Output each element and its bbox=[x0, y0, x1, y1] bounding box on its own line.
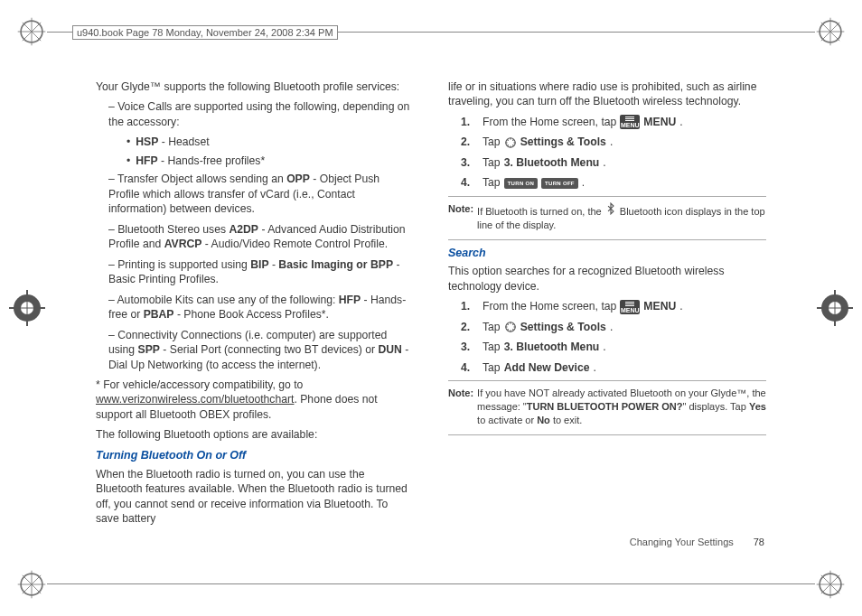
crop-mark-tr bbox=[815, 16, 846, 47]
heading-search: Search bbox=[448, 246, 766, 261]
settings-icon bbox=[504, 136, 517, 149]
registration-mark-right bbox=[817, 290, 853, 326]
footer-page-number: 78 bbox=[754, 537, 764, 547]
search-step-1: 1. From the Home screen, tap MENU MENU. bbox=[461, 299, 766, 313]
divider bbox=[448, 239, 766, 240]
turn-on-icon: TURN ON bbox=[504, 178, 538, 189]
search-para: This option searches for a recognized Bl… bbox=[448, 264, 766, 294]
turn-off-icon: TURN OFF bbox=[541, 178, 578, 189]
crop-rule-bottom bbox=[47, 583, 815, 584]
heading-turning-bt: Turning Bluetooth On or Off bbox=[96, 448, 414, 463]
step-3: 3. Tap 3. Bluetooth Menu. bbox=[461, 155, 766, 170]
settings-icon bbox=[504, 321, 517, 333]
right-column: life or in situations where radio use is… bbox=[448, 79, 766, 553]
options-line: The following Bluetooth options are avai… bbox=[96, 427, 414, 442]
page-footer: Changing Your Settings 78 bbox=[630, 537, 764, 547]
search-step-4: 4. Tap Add New Device. bbox=[461, 360, 766, 375]
sub-bullet-hfp: •HFP - Hands-free profiles* bbox=[126, 154, 414, 168]
intro-text: Your Glyde™ supports the following Bluet… bbox=[96, 79, 414, 94]
search-step-3: 3. Tap 3. Bluetooth Menu. bbox=[461, 340, 766, 354]
left-column: Your Glyde™ supports the following Bluet… bbox=[96, 79, 414, 553]
note-2: Note: If you have NOT already activated … bbox=[448, 387, 766, 427]
footnote-star: * For vehicle/accessory compatibility, g… bbox=[96, 378, 414, 422]
footer-section: Changing Your Settings bbox=[630, 537, 734, 547]
divider bbox=[448, 196, 766, 197]
bullet-a2dp: – Bluetooth Stereo uses A2DP - Advanced … bbox=[108, 222, 414, 252]
divider bbox=[448, 434, 766, 435]
turning-bt-para: When the Bluetooth radio is turned on, y… bbox=[96, 467, 414, 527]
bullet-conn: – Connectivity Connections (i.e. compute… bbox=[108, 328, 414, 372]
menu-icon: MENU bbox=[620, 300, 640, 314]
content-area: Your Glyde™ supports the following Bluet… bbox=[96, 79, 766, 553]
cont-para: life or in situations where radio use is… bbox=[448, 79, 766, 109]
hsp-label: HSP bbox=[136, 135, 158, 148]
registration-mark-left bbox=[9, 290, 45, 326]
bullet-bip: – Printing is supported using BIP - Basi… bbox=[108, 257, 414, 287]
sub-bullet-hsp: •HSP - Headset bbox=[126, 135, 414, 149]
bullet-opp: – Transfer Object allows sending an OPP … bbox=[108, 172, 414, 216]
page-header: u940.book Page 78 Monday, November 24, 2… bbox=[72, 25, 338, 40]
step-4: 4. Tap TURN ON TURN OFF . bbox=[461, 175, 766, 190]
divider bbox=[448, 380, 766, 381]
link-verizon[interactable]: www.verizonwireless.com/bluetoothchart bbox=[96, 393, 294, 406]
menu-icon: MENU bbox=[620, 115, 640, 129]
crop-mark-bl bbox=[16, 569, 47, 600]
bullet-auto: – Automobile Kits can use any of the fol… bbox=[108, 293, 414, 322]
crop-mark-tl bbox=[16, 16, 47, 47]
bluetooth-icon bbox=[604, 202, 617, 215]
bullet-voice: – Voice Calls are supported using the fo… bbox=[108, 99, 414, 129]
step-2: 2. Tap Settings & Tools. bbox=[461, 135, 766, 149]
note-1: Note: If Bluetooth is turned on, the Blu… bbox=[448, 202, 766, 232]
step-1: 1. From the Home screen, tap MENU MENU. bbox=[461, 115, 766, 129]
search-step-2: 2. Tap Settings & Tools. bbox=[461, 320, 766, 334]
crop-mark-br bbox=[815, 569, 846, 600]
hfp-desc: - Hands-free profiles* bbox=[158, 154, 266, 167]
hsp-desc: - Headset bbox=[158, 135, 209, 148]
hfp-label: HFP bbox=[136, 154, 157, 167]
